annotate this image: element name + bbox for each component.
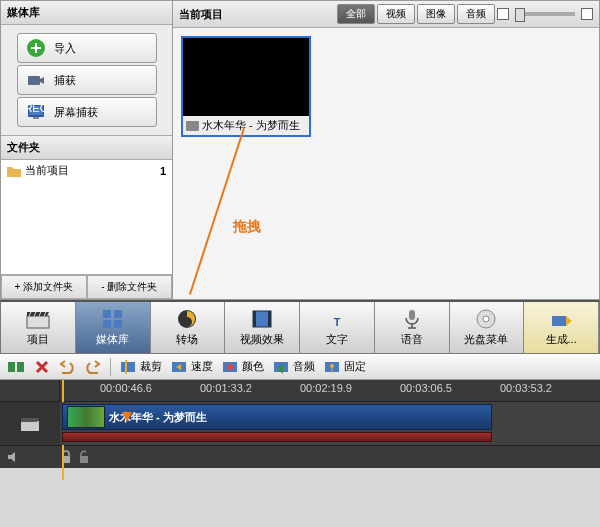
thumb-size-slider[interactable] (515, 12, 575, 16)
svg-rect-6 (27, 316, 49, 328)
speed-button[interactable]: 速度 (170, 359, 213, 375)
film-fx-icon (249, 308, 275, 330)
tick: 00:03:06.5 (400, 382, 452, 394)
folder-count: 1 (160, 165, 166, 177)
gallery-title: 当前项目 (179, 7, 223, 22)
svg-rect-14 (268, 311, 271, 327)
drag-annotation: 拖拽 (233, 218, 261, 236)
disc-icon (473, 308, 499, 330)
svg-text:REC: REC (26, 102, 46, 114)
audio-icon (272, 359, 290, 375)
camcorder-icon (26, 70, 46, 90)
swirl-icon (174, 308, 200, 330)
svg-rect-10 (114, 320, 122, 328)
svg-rect-7 (103, 310, 111, 318)
delete-folder-button[interactable]: - 删除文件夹 (87, 275, 173, 299)
view-small-icon[interactable] (497, 8, 509, 20)
tab-project[interactable]: 项目 (1, 302, 76, 353)
clip-thumbnail (67, 406, 105, 428)
media-thumbnail[interactable]: 水木年华 - 为梦而生 (181, 36, 311, 137)
ruler-gutter (0, 380, 60, 401)
svg-rect-32 (80, 456, 88, 463)
thumbnail-caption: 水木年华 - 为梦而生 (202, 118, 300, 133)
delete-button[interactable] (34, 359, 50, 375)
plus-icon (26, 38, 46, 58)
add-folder-button[interactable]: + 添加文件夹 (1, 275, 87, 299)
text-icon: T (324, 308, 350, 330)
trim-icon (119, 359, 137, 375)
svg-rect-23 (125, 360, 127, 374)
svg-rect-22 (121, 362, 135, 372)
tab-media[interactable]: 媒体库 (76, 302, 151, 353)
view-large-icon[interactable] (581, 8, 593, 20)
capture-label: 捕获 (54, 73, 76, 88)
folders-header: 文件夹 (1, 136, 172, 160)
microphone-icon (399, 308, 425, 330)
monitor-rec-icon: REC (26, 102, 46, 122)
color-icon (221, 359, 239, 375)
thumbnail-image (183, 38, 309, 116)
media-library-header: 媒体库 (1, 1, 172, 25)
tab-voice[interactable]: 语音 (375, 302, 450, 353)
svg-rect-16 (409, 310, 415, 320)
tick: 00:03:53.2 (500, 382, 552, 394)
undo-button[interactable] (58, 359, 76, 375)
capture-button[interactable]: 捕获 (17, 65, 157, 95)
svg-rect-30 (21, 421, 39, 431)
svg-rect-19 (552, 316, 566, 326)
folder-list: 当前项目 1 (1, 160, 172, 274)
filter-all[interactable]: 全部 (337, 4, 375, 24)
color-button[interactable]: 颜色 (221, 359, 264, 375)
svg-rect-20 (8, 362, 15, 372)
drag-arrow-head (122, 412, 132, 422)
clapper-small-icon (19, 415, 41, 433)
unlock-icon[interactable] (78, 450, 90, 464)
tab-discmenu[interactable]: 光盘菜单 (450, 302, 525, 353)
clapper-icon (25, 308, 51, 330)
svg-rect-21 (17, 362, 24, 372)
tick: 00:00:46.6 (100, 382, 152, 394)
generate-button[interactable]: 生成... (524, 302, 599, 353)
tab-videofx[interactable]: 视频效果 (225, 302, 300, 353)
folder-item[interactable]: 当前项目 1 (1, 160, 172, 181)
split-button[interactable] (6, 359, 26, 375)
tick: 00:02:19.9 (300, 382, 352, 394)
export-icon (548, 308, 574, 330)
svg-rect-9 (103, 320, 111, 328)
audio-waveform[interactable] (62, 432, 492, 442)
svg-rect-13 (253, 311, 256, 327)
svg-rect-8 (114, 310, 122, 318)
media-grid-icon (100, 308, 126, 330)
pin-icon (323, 359, 341, 375)
svg-text:T: T (334, 316, 341, 328)
svg-rect-1 (28, 76, 40, 85)
filter-image[interactable]: 图像 (417, 4, 455, 24)
video-type-icon (186, 121, 199, 131)
screen-capture-button[interactable]: REC 屏幕捕获 (17, 97, 157, 127)
trim-button[interactable]: 裁剪 (119, 359, 162, 375)
svg-point-29 (330, 364, 334, 368)
stable-button[interactable]: 固定 (323, 359, 366, 375)
screencap-label: 屏幕捕获 (54, 105, 98, 120)
tick: 00:01:33.2 (200, 382, 252, 394)
svg-point-18 (483, 316, 489, 322)
svg-rect-5 (33, 117, 39, 119)
video-track-header[interactable] (0, 402, 60, 445)
filter-audio[interactable]: 音频 (457, 4, 495, 24)
speaker-icon[interactable] (6, 450, 20, 464)
timeline-ruler[interactable]: 00:00:46.6 00:01:33.2 00:02:19.9 00:03:0… (60, 380, 600, 401)
redo-button[interactable] (84, 359, 102, 375)
filter-video[interactable]: 视频 (377, 4, 415, 24)
import-label: 导入 (54, 41, 76, 56)
svg-point-26 (227, 364, 233, 370)
drag-arrow-line (189, 128, 245, 295)
video-track[interactable]: 水木年华 - 为梦而生 (60, 402, 600, 445)
folder-icon (7, 165, 21, 177)
speed-icon (170, 359, 188, 375)
folder-name: 当前项目 (25, 163, 69, 178)
import-button[interactable]: 导入 (17, 33, 157, 63)
tab-transition[interactable]: 转场 (151, 302, 226, 353)
audio-button[interactable]: 音频 (272, 359, 315, 375)
tab-text[interactable]: T 文字 (300, 302, 375, 353)
